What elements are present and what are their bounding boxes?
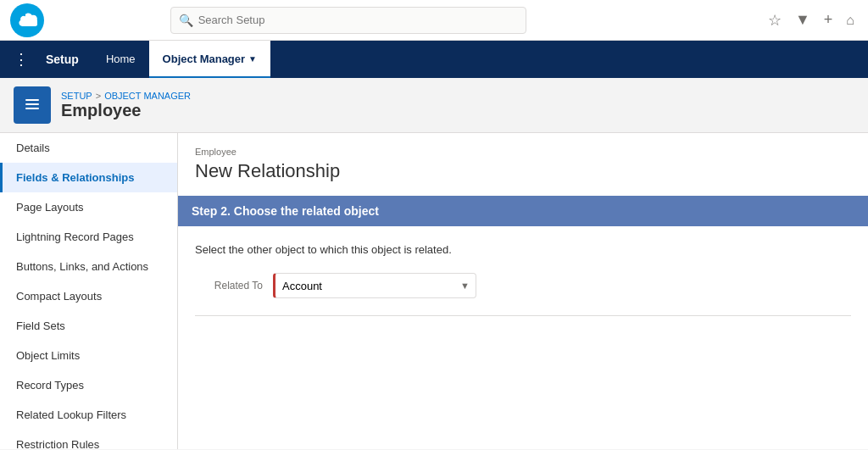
app-tabs: Home Object Manager ▼ bbox=[92, 41, 270, 78]
sidebar-item-fields-relationships[interactable]: Fields & Relationships bbox=[0, 163, 177, 192]
content-inner: Employee New Relationship Step 2. Choose… bbox=[178, 133, 868, 330]
sidebar-item-object-limits[interactable]: Object Limits bbox=[0, 341, 177, 370]
step-body: Select the other object to which this ob… bbox=[195, 226, 851, 316]
top-nav: 🔍 ☆ ▼ + ⌂ bbox=[0, 0, 868, 41]
sidebar-item-record-types[interactable]: Record Types bbox=[0, 370, 177, 400]
step-description: Select the other object to which this ob… bbox=[195, 243, 851, 256]
main-content: Employee New Relationship Step 2. Choose… bbox=[178, 133, 868, 449]
object-header: SETUP > OBJECT MANAGER Employee bbox=[0, 78, 868, 133]
main-layout: Details Fields & Relationships Page Layo… bbox=[0, 133, 868, 449]
sidebar-item-page-layouts[interactable]: Page Layouts bbox=[0, 192, 177, 222]
step-header: Step 2. Choose the related object bbox=[178, 196, 868, 226]
sidebar-item-buttons-links-actions[interactable]: Buttons, Links, and Actions bbox=[0, 252, 177, 281]
svg-rect-2 bbox=[25, 108, 39, 109]
sidebar-item-related-lookup-filters[interactable]: Related Lookup Filters bbox=[0, 400, 177, 430]
breadcrumb-setup[interactable]: SETUP bbox=[61, 91, 92, 101]
search-icon: 🔍 bbox=[179, 14, 193, 27]
content-title: New Relationship bbox=[195, 160, 851, 182]
object-icon bbox=[14, 86, 51, 124]
svg-rect-0 bbox=[25, 99, 39, 101]
object-header-text: SETUP > OBJECT MANAGER Employee bbox=[61, 91, 191, 120]
sidebar: Details Fields & Relationships Page Layo… bbox=[0, 133, 178, 449]
app-title: Setup bbox=[36, 53, 89, 66]
home-icon[interactable]: ⌂ bbox=[843, 9, 858, 31]
sidebar-item-lightning-record-pages[interactable]: Lightning Record Pages bbox=[0, 222, 177, 252]
tab-chevron-icon: ▼ bbox=[248, 54, 257, 64]
sidebar-item-details[interactable]: Details bbox=[0, 133, 177, 163]
tab-object-manager[interactable]: Object Manager ▼ bbox=[149, 41, 270, 78]
svg-rect-1 bbox=[25, 103, 39, 105]
tab-home[interactable]: Home bbox=[92, 41, 149, 78]
favorites-icon[interactable]: ☆ bbox=[765, 8, 785, 33]
breadcrumb: SETUP > OBJECT MANAGER bbox=[61, 91, 191, 101]
form-row-related-to: Related To AccountContactLeadOpportunity… bbox=[195, 273, 851, 298]
add-icon[interactable]: + bbox=[821, 8, 837, 32]
content-breadcrumb: Employee bbox=[195, 147, 851, 157]
sidebar-item-compact-layouts[interactable]: Compact Layouts bbox=[0, 281, 177, 311]
favorites-dropdown-icon[interactable]: ▼ bbox=[792, 8, 814, 32]
top-nav-actions: ☆ ▼ + ⌂ bbox=[765, 8, 858, 33]
sidebar-item-field-sets[interactable]: Field Sets bbox=[0, 311, 177, 341]
app-grid-icon[interactable]: ⋮ bbox=[7, 45, 36, 74]
related-to-select[interactable]: AccountContactLeadOpportunityCaseCampaig… bbox=[273, 273, 476, 298]
search-input[interactable] bbox=[170, 7, 526, 34]
search-bar: 🔍 bbox=[170, 7, 526, 34]
breadcrumb-object-manager[interactable]: OBJECT MANAGER bbox=[104, 91, 191, 101]
related-to-label: Related To bbox=[195, 280, 263, 292]
related-to-select-wrap: AccountContactLeadOpportunityCaseCampaig… bbox=[273, 273, 476, 298]
salesforce-logo[interactable] bbox=[10, 3, 44, 37]
app-bar: ⋮ Setup Home Object Manager ▼ bbox=[0, 41, 868, 78]
sidebar-item-restriction-rules[interactable]: Restriction Rules bbox=[0, 430, 177, 449]
object-title: Employee bbox=[61, 101, 191, 120]
